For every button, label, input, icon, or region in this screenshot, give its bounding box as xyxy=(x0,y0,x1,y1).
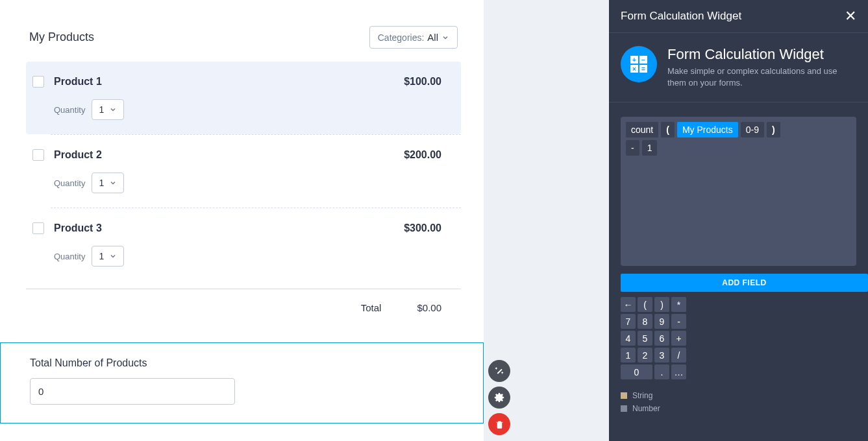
category-label: Categories: xyxy=(378,32,425,43)
keypad: ←()*789-456+123/0.… xyxy=(621,297,856,379)
total-value: $0.00 xyxy=(417,302,441,313)
chevron-down-icon xyxy=(109,106,117,113)
field-label: Total Number of Products xyxy=(30,357,454,369)
formula-editor[interactable]: count(My Products0-9) -1 xyxy=(621,117,856,266)
keypad-key[interactable]: 0 xyxy=(621,364,652,379)
quantity-label: Quantity xyxy=(54,178,85,188)
keypad-key[interactable]: 4 xyxy=(621,331,636,346)
keypad-key[interactable]: - xyxy=(671,314,686,329)
product-price: $200.00 xyxy=(404,149,441,161)
chevron-down-icon xyxy=(109,252,117,260)
quantity-stepper[interactable]: 1 xyxy=(92,246,124,267)
quantity-stepper[interactable]: 1 xyxy=(92,173,124,193)
formula-token[interactable]: 0-9 xyxy=(741,122,764,137)
product-row[interactable]: Product 3$300.00Quantity1 xyxy=(26,208,461,281)
keypad-key[interactable]: ← xyxy=(621,297,636,312)
product-name: Product 3 xyxy=(54,222,404,234)
category-value: All xyxy=(427,32,438,43)
keypad-key[interactable]: 1 xyxy=(621,348,636,363)
product-checkbox[interactable] xyxy=(32,149,44,161)
magic-wand-button[interactable] xyxy=(488,360,510,382)
panel-title: Form Calculation Widget xyxy=(667,46,856,63)
keypad-key[interactable]: 6 xyxy=(654,331,669,346)
quantity-value: 1 xyxy=(99,104,104,115)
calculation-output-input[interactable] xyxy=(30,378,235,405)
chevron-down-icon xyxy=(441,34,449,42)
widget-logo-icon: +− ×= xyxy=(621,46,657,82)
quantity-label: Quantity xyxy=(54,105,85,115)
legend-row: String xyxy=(621,391,856,400)
legend-row: Number xyxy=(621,404,856,413)
widget-settings-panel: Form Calculation Widget ✕ +− ×= Form Cal… xyxy=(609,0,868,441)
formula-token[interactable]: count xyxy=(626,122,658,137)
legend-label: String xyxy=(632,391,652,400)
keypad-key[interactable]: 9 xyxy=(654,314,669,329)
legend-swatch xyxy=(621,392,627,399)
product-checkbox[interactable] xyxy=(32,222,44,234)
quantity-value: 1 xyxy=(99,251,104,261)
chevron-down-icon xyxy=(109,179,117,187)
formula-token[interactable]: My Products xyxy=(677,122,738,137)
category-dropdown[interactable]: Categories: All xyxy=(369,26,458,49)
field-action-buttons xyxy=(488,360,510,435)
keypad-key[interactable]: 5 xyxy=(638,331,652,346)
formula-token[interactable]: - xyxy=(626,140,639,156)
product-name: Product 1 xyxy=(54,76,404,88)
product-price: $100.00 xyxy=(404,76,441,88)
keypad-key[interactable]: * xyxy=(671,297,686,312)
legend: StringNumber xyxy=(621,391,856,417)
keypad-key[interactable]: . xyxy=(654,364,669,379)
product-row[interactable]: Product 1$100.00Quantity1 xyxy=(26,62,461,134)
keypad-key[interactable]: 7 xyxy=(621,314,636,329)
section-title: My Products xyxy=(29,30,94,44)
keypad-key[interactable]: 2 xyxy=(638,348,652,363)
keypad-key[interactable]: ) xyxy=(654,297,669,312)
product-row[interactable]: Product 2$200.00Quantity1 xyxy=(26,135,461,208)
formula-token[interactable]: 1 xyxy=(642,140,658,156)
add-field-button[interactable]: ADD FIELD xyxy=(621,274,868,292)
formula-token[interactable]: ) xyxy=(767,122,780,137)
product-checkbox[interactable] xyxy=(32,76,44,88)
keypad-key[interactable]: / xyxy=(671,348,686,363)
delete-button[interactable] xyxy=(488,413,510,435)
calculation-field-block[interactable]: Total Number of Products xyxy=(0,342,484,423)
total-label: Total xyxy=(361,302,382,313)
product-name: Product 2 xyxy=(54,149,404,161)
keypad-key[interactable]: + xyxy=(671,331,686,346)
panel-titlebar-text: Form Calculation Widget xyxy=(621,10,741,23)
keypad-key[interactable]: ( xyxy=(638,297,652,312)
settings-button[interactable] xyxy=(488,387,510,409)
formula-token[interactable]: ( xyxy=(661,122,675,137)
quantity-label: Quantity xyxy=(54,252,85,261)
legend-label: Number xyxy=(632,404,660,413)
form-canvas: My Products Categories: All Product 1$10… xyxy=(0,0,484,441)
keypad-key[interactable]: 8 xyxy=(638,314,652,329)
keypad-key[interactable]: 3 xyxy=(654,348,669,363)
keypad-key[interactable]: … xyxy=(671,364,686,379)
legend-swatch xyxy=(621,405,627,412)
quantity-value: 1 xyxy=(99,178,104,188)
panel-subtitle: Make simple or complex calculations and … xyxy=(667,66,856,89)
product-price: $300.00 xyxy=(404,222,441,234)
total-row: Total $0.00 xyxy=(0,289,484,326)
close-icon[interactable]: ✕ xyxy=(845,9,856,23)
quantity-stepper[interactable]: 1 xyxy=(92,99,124,120)
